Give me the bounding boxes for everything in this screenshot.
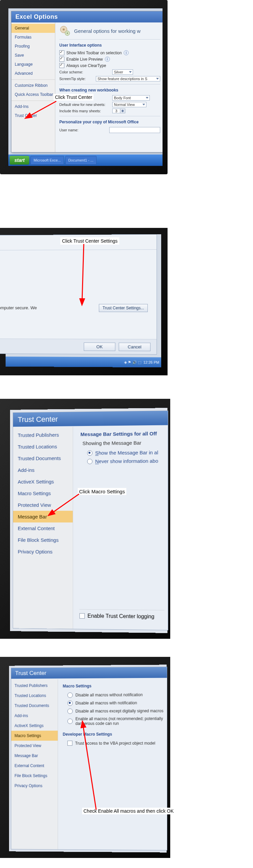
dd-color-scheme[interactable]: Silver xyxy=(112,69,133,75)
cb-mini-toolbar[interactable] xyxy=(59,50,64,55)
laptop-bezel: .com. tings help keep your computer secu… xyxy=(0,228,167,375)
dialog-title: Trust Center xyxy=(13,411,168,427)
trust-center-nav: Trusted Publishers Trusted Locations Tru… xyxy=(11,679,58,849)
lbl-sheets: Include this many sheets: xyxy=(59,109,109,113)
nav-trusted-documents[interactable]: Trusted Documents xyxy=(11,701,58,711)
svg-point-1 xyxy=(63,29,65,31)
nav-protected-view[interactable]: Protected View xyxy=(13,499,73,511)
nav-trusted-documents[interactable]: Trusted Documents xyxy=(13,452,73,464)
windows-taskbar: ◈ ⚑ 🔊 ⬚ 12:26 PM xyxy=(6,356,161,367)
step1-panel: Excel Options General Formulas Proofing … xyxy=(0,0,253,228)
lbl-default-view: Default view for new sheets: xyxy=(59,102,109,106)
tray-icons[interactable]: ◈ ⚑ 🔊 ⬚ xyxy=(124,360,141,364)
macro-settings-pane: Macro Settings Disable all macros withou… xyxy=(58,679,167,850)
dd-default-view[interactable]: Normal View xyxy=(112,102,147,107)
screen: Trust Center Trusted Publishers Trusted … xyxy=(10,408,167,633)
info-icon[interactable]: i xyxy=(105,57,110,62)
step3-panel: Trust Center Trusted Publishers Trusted … xyxy=(0,399,253,650)
dialog-title: Trust Center xyxy=(11,667,167,679)
taskbar-excel[interactable]: Microsoft Exce... xyxy=(31,156,64,164)
trust-center-dialog: Trust Center Trusted Publishers Trusted … xyxy=(13,410,168,630)
nav-privacy[interactable]: Privacy Options xyxy=(13,546,73,557)
lbl-disable-except-signed: Disable all macros except digitally sign… xyxy=(75,709,163,713)
message-bar-pane: Message Bar Settings for all Off Showing… xyxy=(73,426,168,630)
laptop-bezel: Trust Center Trusted Publishers Trusted … xyxy=(0,657,170,858)
lbl-never-show: Never show information abo xyxy=(95,458,158,464)
cb-cleartype[interactable] xyxy=(59,63,64,68)
windows-taskbar: start Microsoft Exce... Document1 - ... xyxy=(8,155,162,166)
nav-activex[interactable]: ActiveX Settings xyxy=(11,720,58,731)
section-title-dev: Developer Macro Settings xyxy=(63,732,165,737)
laptop-bezel: Trust Center Trusted Publishers Trusted … xyxy=(0,399,170,639)
nav-language[interactable]: Language xyxy=(11,60,55,69)
nav-macro-settings[interactable]: Macro Settings xyxy=(13,487,73,499)
header-text: General options for working w xyxy=(74,28,140,34)
nav-trusted-locations[interactable]: Trusted Locations xyxy=(13,440,73,453)
trust-center-settings-button[interactable]: Trust Center Settings... xyxy=(99,304,148,312)
dd-screentip[interactable]: Show feature descriptions in S xyxy=(96,76,160,82)
text-secure: tings help keep your computer secure. We xyxy=(0,305,62,310)
nav-trusted-publishers[interactable]: Trusted Publishers xyxy=(11,681,58,691)
radio-disable-with-notif[interactable] xyxy=(67,701,73,706)
nav-addins[interactable]: Add-Ins xyxy=(11,102,55,111)
radio-enable-all[interactable] xyxy=(67,718,73,724)
nav-message-bar[interactable]: Message Bar xyxy=(13,511,73,523)
ok-button[interactable]: OK xyxy=(84,342,115,351)
cancel-button[interactable]: Cancel xyxy=(119,342,151,351)
gear-icon xyxy=(59,25,71,36)
svg-point-3 xyxy=(67,32,68,34)
step2-panel: .com. tings help keep your computer secu… xyxy=(0,228,253,389)
nav-file-block[interactable]: File Block Settings xyxy=(11,771,58,781)
nav-addins[interactable]: Add-ins xyxy=(13,464,73,476)
nav-proofing[interactable]: Proofing xyxy=(11,42,55,51)
tx-username[interactable] xyxy=(109,127,160,133)
cb-live-preview[interactable] xyxy=(59,57,64,62)
nav-formulas[interactable]: Formulas xyxy=(11,33,55,42)
cb-trust-vba[interactable] xyxy=(67,741,72,746)
sect-workbooks: When creating new workbooks xyxy=(59,88,160,93)
nav-qat[interactable]: Quick Access Toolbar xyxy=(11,90,55,99)
nav-external-content[interactable]: External Content xyxy=(13,523,73,534)
trust-center-nav: Trusted Publishers Trusted Locations Tru… xyxy=(13,427,73,629)
nav-macro-settings[interactable]: Macro Settings xyxy=(11,731,58,741)
lbl-show-bar: Show the Message Bar in al xyxy=(95,450,158,456)
callout-trust-center: Click Trust Center xyxy=(54,94,94,100)
section-title: Message Bar Settings for all Off xyxy=(81,431,168,437)
nav-customize-ribbon[interactable]: Customize Ribbon xyxy=(11,81,55,90)
spin-sheets[interactable]: 3 xyxy=(112,108,125,113)
nav-general[interactable]: General xyxy=(11,24,55,33)
dd-font[interactable]: Body Font xyxy=(112,95,150,100)
nav-trusted-locations[interactable]: Trusted Locations xyxy=(11,690,58,701)
radio-disable-no-notif[interactable] xyxy=(67,692,73,698)
info-icon[interactable]: i xyxy=(124,50,129,55)
lbl-enable-logging: Enable Trust Center logging xyxy=(88,613,155,620)
nav-message-bar[interactable]: Message Bar xyxy=(11,751,58,761)
nav-file-block[interactable]: File Block Settings xyxy=(13,534,73,546)
sect-personalize: Personalize your copy of Microsoft Offic… xyxy=(59,120,160,124)
dialog-button-bar: OK Cancel xyxy=(0,339,157,354)
dialog-title: Excel Options xyxy=(11,11,162,23)
nav-trusted-publishers[interactable]: Trusted Publishers xyxy=(13,429,73,441)
nav-addins[interactable]: Add-ins xyxy=(11,711,58,720)
nav-activex[interactable]: ActiveX Settings xyxy=(13,475,73,488)
radio-disable-except-signed[interactable] xyxy=(67,709,73,714)
nav-external-content[interactable]: External Content xyxy=(11,761,58,771)
nav-save[interactable]: Save xyxy=(11,51,55,60)
nav-privacy[interactable]: Privacy Options xyxy=(11,781,58,791)
laptop-bezel: Excel Options General Formulas Proofing … xyxy=(0,0,167,174)
lbl-enable-all: Enable all macros (not recommended; pote… xyxy=(75,716,165,726)
excel-options-dialog: Excel Options General Formulas Proofing … xyxy=(11,11,162,153)
lbl-color-scheme: Color scheme: xyxy=(59,70,109,74)
radio-show-bar[interactable] xyxy=(87,450,93,456)
lbl-mini-toolbar: Show Mini Toolbar on selection xyxy=(66,51,122,55)
cb-enable-logging[interactable] xyxy=(80,613,85,619)
callout-trust-center-settings: Click Trust Center Settings xyxy=(60,237,119,245)
nav-advanced[interactable]: Advanced xyxy=(11,69,55,78)
nav-protected-view[interactable]: Protected View xyxy=(11,741,58,751)
radio-never-show[interactable] xyxy=(87,459,93,464)
sect-ui: User Interface options xyxy=(59,43,160,48)
start-button[interactable]: start xyxy=(10,156,29,164)
taskbar-word[interactable]: Document1 - ... xyxy=(65,156,96,164)
nav-trust-center[interactable]: Trust Center xyxy=(11,111,55,120)
subheading: Showing the Message Bar xyxy=(83,440,168,446)
